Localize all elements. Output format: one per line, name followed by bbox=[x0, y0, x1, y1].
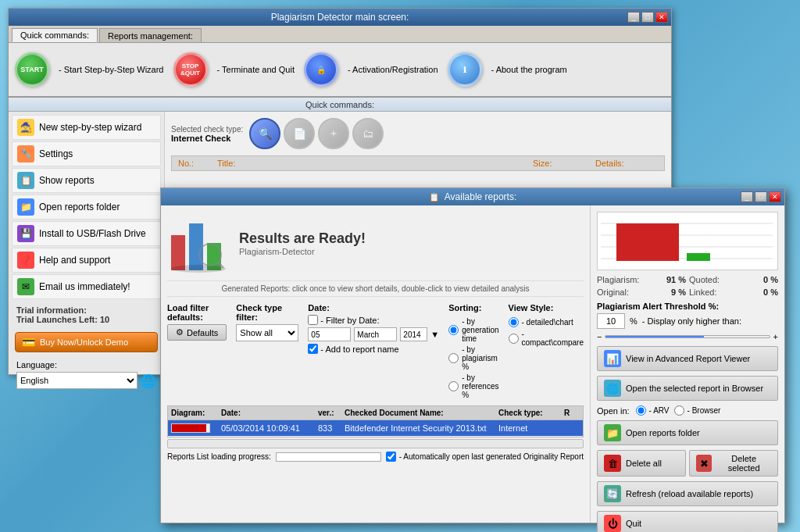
globe-icon: 🌐 bbox=[141, 373, 156, 388]
delete-selected-icon: ✖ bbox=[696, 455, 712, 472]
date-filter-group: Date: - Filter by Date: ▼ - Add to repor… bbox=[308, 303, 439, 399]
reports-table: Diagram: Date: ver.: Checked Document Na… bbox=[167, 405, 584, 437]
threshold-input[interactable] bbox=[597, 313, 625, 329]
slider-minus-icon[interactable]: − bbox=[597, 332, 602, 341]
threshold-slider[interactable] bbox=[605, 335, 770, 338]
about-button[interactable]: ℹ bbox=[448, 52, 482, 87]
language-section: Language: English 🌐 bbox=[12, 355, 161, 394]
main-title-bar: Plagiarism Detector main screen: _ □ ✕ bbox=[9, 9, 671, 26]
activation-button[interactable]: 🔒 bbox=[304, 52, 338, 87]
rw-maximize-button[interactable]: □ bbox=[755, 191, 767, 202]
sort-plagiarism[interactable]: - by plagiarism % bbox=[448, 345, 498, 371]
view-advanced-button[interactable]: 📊 View in Advanced Report Viewer bbox=[597, 346, 778, 371]
maximize-button[interactable]: □ bbox=[641, 12, 654, 23]
add-to-report-checkbox[interactable] bbox=[308, 344, 318, 354]
sidebar-item-open-folder[interactable]: 📁 Open reports folder bbox=[12, 195, 161, 220]
reports-icon: 📋 bbox=[17, 172, 34, 189]
sidebar-item-email[interactable]: ✉ Email us immediately! bbox=[12, 274, 161, 299]
sort-generation-time[interactable]: - by generation time bbox=[448, 317, 498, 343]
date-dropdown-icon[interactable]: ▼ bbox=[430, 330, 439, 339]
check-icons: 🔍 📄 ＋ 🗂 bbox=[249, 118, 384, 149]
table-row[interactable]: 05/03/2014 10:09:41 833 Bitdefender Inte… bbox=[168, 420, 583, 437]
results-icon bbox=[167, 212, 230, 274]
file-check-icon[interactable]: 📄 bbox=[284, 118, 315, 149]
open-in-radio-group: - ARV - Browser bbox=[636, 405, 721, 416]
sidebar-item-wizard[interactable]: 🧙 New step-by-step wizard bbox=[12, 115, 161, 140]
date-day-input[interactable] bbox=[308, 327, 351, 341]
auto-open-row: - Automatically open last generated Orig… bbox=[386, 452, 584, 462]
reports-window: 📋 Available reports: _ □ ✕ bbox=[160, 187, 785, 523]
open-in-arv[interactable]: - ARV bbox=[636, 405, 670, 416]
svg-rect-11 bbox=[687, 253, 710, 261]
original-stat: Original: 9 % bbox=[597, 287, 686, 297]
rw-content: Results are Ready! Plagiarism-Detector G… bbox=[161, 205, 784, 523]
quoted-stat: Quoted: 0 % bbox=[689, 275, 778, 284]
toolbar: START - Start Step-by-Step Wizard STOP &… bbox=[9, 43, 671, 98]
slider-plus-icon[interactable]: + bbox=[773, 332, 778, 341]
delete-all-button[interactable]: 🗑 Delete all bbox=[597, 450, 686, 477]
refresh-icon: 🔄 bbox=[604, 485, 621, 502]
folder-icon: 📁 bbox=[17, 198, 34, 216]
defaults-icon: ⚙ bbox=[176, 327, 184, 337]
buy-button[interactable]: 💳 Buy Now/Unlock Demo bbox=[15, 332, 158, 352]
language-select[interactable]: English bbox=[16, 372, 138, 389]
lock-icon: 🔒 bbox=[304, 52, 338, 87]
tab-reports-management[interactable]: Reports management: bbox=[99, 28, 202, 42]
threshold-slider-row: − + bbox=[597, 332, 778, 341]
sidebar-item-reports[interactable]: 📋 Show reports bbox=[12, 168, 161, 193]
defaults-button[interactable]: ⚙ Defaults bbox=[167, 324, 227, 341]
date-year-input[interactable] bbox=[400, 327, 427, 341]
reports-window-title: Available reports: bbox=[445, 191, 517, 202]
date-month-input[interactable] bbox=[354, 327, 397, 341]
stop-button[interactable]: STOP &QUIT bbox=[173, 52, 208, 87]
delete-buttons-row: 🗑 Delete all ✖ Delete selected bbox=[597, 450, 778, 477]
delete-all-icon: 🗑 bbox=[604, 455, 621, 472]
horizontal-scrollbar[interactable] bbox=[167, 439, 584, 448]
start-label: - Start Step-by-Step Wizard bbox=[59, 65, 164, 74]
sidebar-item-settings[interactable]: 🔧 Settings bbox=[12, 141, 161, 166]
reports-table-header: Diagram: Date: ver.: Checked Document Na… bbox=[168, 406, 583, 420]
tabs-bar: Quick commands: Reports management: bbox=[9, 26, 671, 43]
auto-open-checkbox[interactable] bbox=[386, 452, 396, 462]
threshold-section: Plagiarism Alert Threshold %: % - Displa… bbox=[597, 302, 778, 341]
open-reports-folder-button[interactable]: 📁 Open reports folder bbox=[597, 420, 778, 445]
tab-quick-commands[interactable]: Quick commands: bbox=[12, 28, 98, 42]
minimize-button[interactable]: _ bbox=[627, 12, 640, 23]
info-icon: ℹ bbox=[448, 52, 482, 87]
filter-by-date-checkbox[interactable] bbox=[308, 315, 318, 325]
browser-icon: 🌐 bbox=[604, 380, 621, 397]
generated-text: Generated Reports: click once to view sh… bbox=[167, 280, 584, 297]
date-inputs: ▼ bbox=[308, 327, 439, 341]
rw-right-panel: Plagiarism: 91 % Quoted: 0 % Original: 9… bbox=[591, 205, 784, 523]
refresh-button[interactable]: 🔄 Refresh (reload available reports) bbox=[597, 481, 778, 506]
check-type-filter-select[interactable]: Show all bbox=[236, 324, 298, 341]
svg-rect-1 bbox=[189, 223, 203, 270]
mastercard-icon: 💳 bbox=[22, 336, 35, 348]
delete-selected-button[interactable]: ✖ Delete selected bbox=[689, 450, 778, 477]
sidebar-item-usb[interactable]: 💾 Install to USB/Flash Drive bbox=[12, 221, 161, 246]
sidebar-item-help[interactable]: ❓ Help and support bbox=[12, 248, 161, 273]
sort-references[interactable]: - by references % bbox=[448, 373, 498, 399]
close-button[interactable]: ✕ bbox=[655, 12, 668, 23]
internet-check-icon[interactable]: 🔍 bbox=[249, 118, 280, 149]
results-text: Results are Ready! Plagiarism-Detector bbox=[239, 230, 366, 256]
email-icon: ✉ bbox=[17, 278, 34, 295]
plus-icon[interactable]: ＋ bbox=[318, 118, 349, 149]
rw-close-button[interactable]: ✕ bbox=[769, 191, 781, 202]
view-detailed-chart[interactable]: - detailed\chart bbox=[509, 317, 584, 327]
quit-button[interactable]: ⏻ Quit bbox=[597, 511, 778, 532]
threshold-unit: % bbox=[630, 316, 638, 326]
open-browser-button[interactable]: 🌐 Open the selected report in Browser bbox=[597, 376, 778, 401]
start-button[interactable]: START bbox=[15, 52, 49, 87]
open-in-browser[interactable]: - Browser bbox=[674, 405, 721, 416]
reports-title-bar: 📋 Available reports: _ □ ✕ bbox=[161, 188, 784, 205]
check-type-bar: Selected check type: Internet Check 🔍 📄 … bbox=[171, 118, 665, 149]
diagram-cell bbox=[171, 423, 218, 433]
archive-check-icon[interactable]: 🗂 bbox=[352, 118, 384, 149]
check-type-info: Selected check type: Internet Check bbox=[171, 125, 243, 143]
stats-grid: Plagiarism: 91 % Quoted: 0 % Original: 9… bbox=[597, 275, 778, 297]
activation-label: - Activation/Registration bbox=[348, 65, 438, 74]
diagram-fill bbox=[172, 424, 206, 432]
rw-minimize-button[interactable]: _ bbox=[741, 191, 753, 202]
view-compact-compare[interactable]: - compact\compare bbox=[509, 330, 584, 347]
